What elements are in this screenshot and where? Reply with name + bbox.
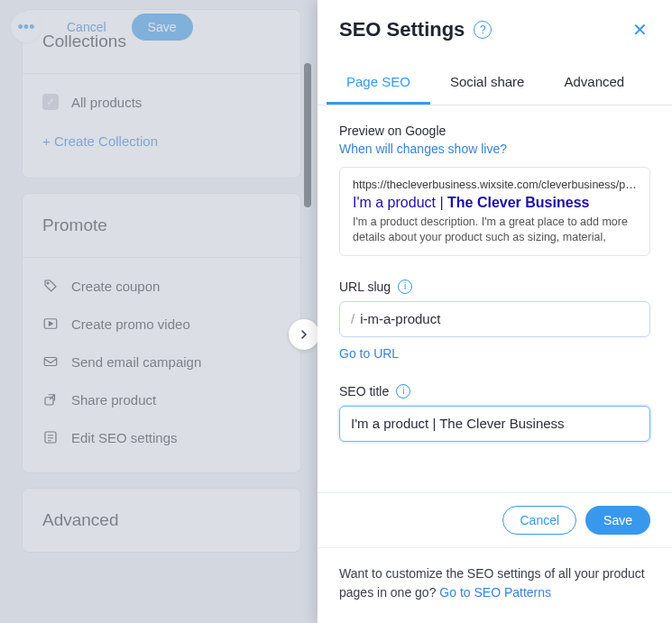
- cancel-button[interactable]: Cancel: [502, 506, 576, 535]
- preview-title: I'm a product | The Clever Business: [353, 195, 637, 211]
- tab-social-share[interactable]: Social share: [430, 60, 545, 105]
- seo-patterns-link[interactable]: Go to SEO Patterns: [439, 585, 551, 600]
- save-button[interactable]: Save: [585, 506, 650, 535]
- panel-title: SEO Settings: [339, 18, 465, 41]
- seo-title-input-wrap[interactable]: [339, 406, 650, 442]
- url-slug-input-wrap[interactable]: /: [339, 301, 650, 337]
- tab-bar: Page SEO Social share Advanced: [318, 60, 672, 105]
- seo-title-label: SEO title i: [339, 384, 650, 399]
- preview-label: Preview on Google: [339, 124, 650, 138]
- tab-advanced[interactable]: Advanced: [544, 60, 644, 105]
- info-icon[interactable]: i: [396, 384, 410, 399]
- close-icon[interactable]: ✕: [629, 19, 650, 41]
- slash-icon: /: [351, 311, 354, 326]
- seo-title-input[interactable]: [351, 416, 639, 431]
- seo-settings-panel: SEO Settings ? ✕ Page SEO Social share A…: [318, 0, 672, 623]
- preview-help-link[interactable]: When will changes show live?: [339, 142, 650, 156]
- url-slug-input[interactable]: [360, 311, 639, 326]
- google-preview: https://thecleverbusiness.wixsite.com/cl…: [339, 167, 650, 256]
- preview-url: https://thecleverbusiness.wixsite.com/cl…: [353, 179, 637, 191]
- url-slug-label: URL slug i: [339, 279, 650, 294]
- preview-description: I'm a product description. I'm a great p…: [353, 215, 637, 244]
- seo-patterns-note: Want to customize the SEO settings of al…: [318, 547, 672, 623]
- tab-page-seo[interactable]: Page SEO: [327, 60, 430, 105]
- scroll-hint-button[interactable]: [289, 319, 319, 350]
- chevron-right-icon: [299, 326, 308, 343]
- help-icon[interactable]: ?: [474, 21, 492, 39]
- go-to-url-link[interactable]: Go to URL: [339, 346, 650, 361]
- info-icon[interactable]: i: [398, 279, 412, 294]
